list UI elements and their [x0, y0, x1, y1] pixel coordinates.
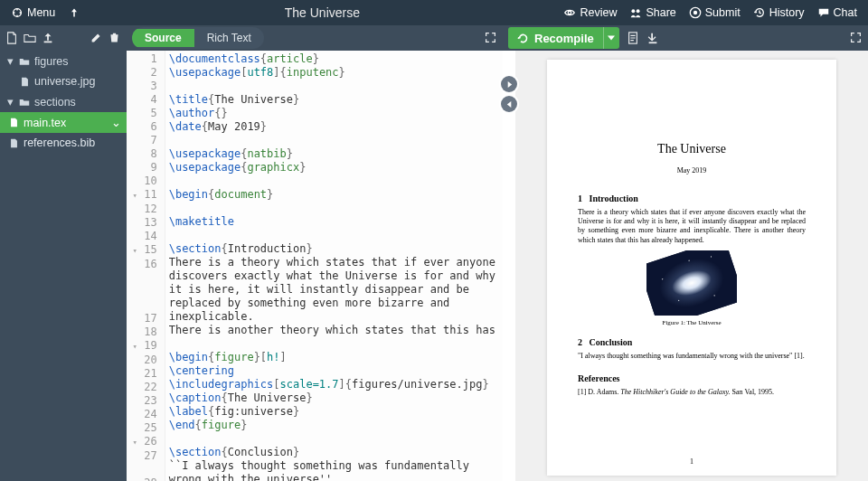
file-main.tex[interactable]: main.tex⌄	[0, 112, 127, 133]
source-editor[interactable]: 1 2 3 4 5 6 7 8 9 10▾ 11 12 13 14▾ 15 16…	[127, 51, 503, 481]
tab-richtext[interactable]: Rich Text	[194, 29, 264, 47]
toolbar: Source Rich Text Recompile	[0, 25, 868, 51]
folder-sections[interactable]: ▾sections	[0, 91, 127, 112]
download-pdf-icon[interactable]	[646, 32, 659, 44]
svg-point-3	[637, 9, 640, 13]
file-universe.jpg[interactable]: universe.jpg	[0, 71, 127, 91]
code-line[interactable]: \author{}	[169, 107, 496, 120]
code-line[interactable]	[169, 80, 496, 93]
expand-preview-icon[interactable]	[850, 32, 863, 44]
logs-icon[interactable]	[627, 32, 639, 44]
share-button[interactable]: Share	[624, 3, 681, 23]
code-line[interactable]: \usepackage{graphicx}	[169, 161, 496, 174]
code-line[interactable]: \label{fig:universe}	[169, 405, 496, 419]
collapse-left-icon[interactable]	[501, 76, 517, 92]
code-line[interactable]: There is a theory which states that if e…	[169, 256, 496, 324]
code-line[interactable]: \date{May 2019}	[169, 120, 496, 134]
new-folder-icon[interactable]	[24, 32, 36, 44]
section-1-body: There is a theory which states that if e…	[578, 208, 806, 246]
code-line[interactable]: \includegraphics[scale=1.7]{figures/univ…	[169, 378, 496, 391]
editor-mode-tabs: Source Rich Text	[132, 27, 264, 49]
universe-image	[646, 250, 737, 316]
history-button[interactable]: History	[748, 3, 810, 23]
project-title: The Universe	[86, 5, 558, 20]
code-line[interactable]: \usepackage[utf8]{inputenc}	[169, 66, 496, 80]
tab-source[interactable]: Source	[132, 29, 194, 47]
share-icon	[629, 6, 642, 19]
chevron-down-icon: ▾	[5, 95, 14, 108]
recompile-icon	[517, 33, 529, 44]
up-button[interactable]	[62, 3, 86, 23]
code-line[interactable]: \maketitle	[169, 215, 496, 229]
menu-icon	[11, 6, 24, 19]
code-line[interactable]: \end{figure}	[169, 419, 496, 432]
submit-icon	[689, 6, 702, 19]
code-line[interactable]: \begin{figure}[h!]	[169, 351, 496, 364]
code-line[interactable]: \documentclass{article}	[169, 52, 496, 66]
pdf-preview[interactable]: The Universe May 2019 1 Introduction The…	[515, 51, 868, 481]
code-line[interactable]	[169, 432, 496, 446]
svg-rect-6	[44, 42, 52, 43]
edit-icon[interactable]	[90, 32, 103, 44]
file-references.bib[interactable]: references.bib	[0, 133, 127, 153]
review-icon	[563, 6, 576, 19]
file-tree: ▾figuresuniverse.jpg▾sectionsmain.tex⌄re…	[0, 51, 127, 481]
code-line[interactable]	[169, 202, 496, 215]
figure-1: Figure 1: The Universe	[578, 250, 806, 327]
svg-rect-8	[648, 42, 656, 43]
reference-1: [1] D. Adams. The Hitchhiker's Guide to …	[578, 388, 806, 397]
doc-title: The Universe	[578, 141, 806, 157]
references-heading: References	[578, 373, 806, 384]
code-line[interactable]: \caption{The Universe}	[169, 391, 496, 405]
main-area: ▾figuresuniverse.jpg▾sectionsmain.tex⌄re…	[0, 51, 868, 481]
chevron-down-icon: ▾	[5, 54, 14, 68]
code-line[interactable]	[169, 337, 496, 351]
chevron-down-icon[interactable]: ⌄	[111, 116, 121, 129]
expand-editor-icon[interactable]	[485, 32, 497, 44]
svg-point-1	[569, 11, 572, 14]
svg-point-5	[693, 11, 697, 14]
section-1-heading: 1 Introduction	[578, 193, 806, 204]
history-icon	[753, 6, 766, 19]
section-2-body: "I always thought something was fundamen…	[578, 352, 806, 361]
upload-icon[interactable]	[42, 32, 54, 44]
submit-button[interactable]: Submit	[684, 3, 746, 23]
code-line[interactable]	[169, 174, 496, 188]
code-line[interactable]: \usepackage{natbib}	[169, 147, 496, 161]
recompile-button[interactable]: Recompile	[508, 27, 619, 49]
recompile-dropdown[interactable]	[603, 27, 619, 49]
page-number: 1	[547, 457, 836, 467]
code-line[interactable]: There is another theory which states tha…	[169, 324, 496, 337]
chat-icon	[817, 6, 830, 19]
code-line[interactable]: ``I always thought something was fundame…	[169, 459, 496, 481]
menu-button[interactable]: Menu	[5, 3, 61, 23]
chat-button[interactable]: Chat	[812, 3, 863, 23]
code-line[interactable]: \begin{document}	[169, 188, 496, 202]
top-bar: Menu The Universe Review Share Submit Hi…	[0, 0, 868, 25]
review-button[interactable]: Review	[558, 3, 622, 23]
delete-icon[interactable]	[108, 32, 121, 44]
code-line[interactable]: \centering	[169, 364, 496, 378]
code-line[interactable]	[169, 229, 496, 242]
code-line[interactable]	[169, 134, 496, 147]
doc-date: May 2019	[578, 166, 806, 175]
section-2-heading: 2 Conclusion	[578, 336, 806, 348]
figure-caption: Figure 1: The Universe	[578, 319, 806, 327]
folder-figures[interactable]: ▾figures	[0, 51, 127, 71]
code-line[interactable]: \section{Introduction}	[169, 242, 496, 256]
new-file-icon[interactable]	[5, 32, 18, 44]
menu-label: Menu	[27, 6, 55, 19]
svg-point-2	[632, 9, 636, 13]
code-line[interactable]: \section{Conclusion}	[169, 446, 496, 459]
collapse-right-icon[interactable]	[501, 96, 517, 112]
up-arrow-icon	[68, 6, 80, 19]
pdf-page: The Universe May 2019 1 Introduction The…	[547, 60, 836, 476]
pane-divider[interactable]	[503, 51, 515, 481]
code-line[interactable]: \title{The Universe}	[169, 93, 496, 107]
